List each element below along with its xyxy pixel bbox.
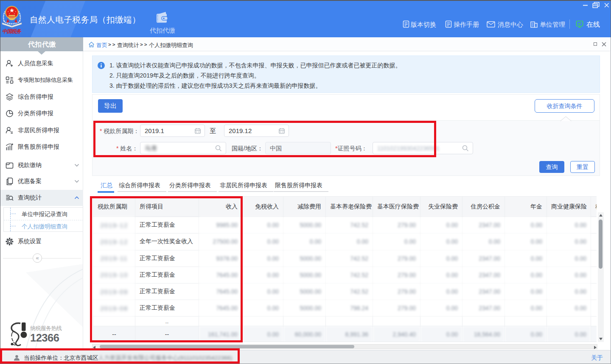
svg-text:中国税务: 中国税务 — [2, 28, 22, 34]
